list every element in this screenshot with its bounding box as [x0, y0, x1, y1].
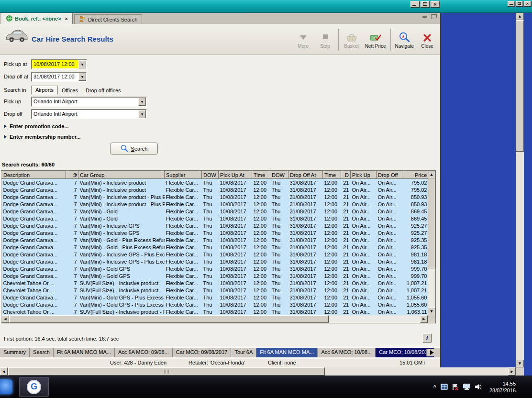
bottom-tab-search[interactable]: Search [30, 348, 54, 357]
result-row[interactable]: Dodge Grand Carava...7Van(Mini) - Inclus… [2, 186, 429, 193]
search-in-dropoff-offices[interactable]: Drop off offices [82, 86, 125, 95]
nett-price-button[interactable]: Nett Price [363, 26, 388, 53]
vertical-scroll-thumb[interactable] [516, 20, 524, 152]
column-header-s[interactable]: S▼ [66, 171, 78, 179]
column-header-pick-up[interactable]: Pick Up [351, 171, 377, 179]
pane-minimize-icon[interactable] [422, 16, 427, 18]
table-horizontal-scrollbar[interactable]: ◀ ▶ [1, 315, 428, 323]
taskbar-clock[interactable]: 14:55 28/07/2016 [489, 380, 516, 394]
tab-close-icon[interactable]: × [65, 16, 68, 22]
close-button[interactable]: Close [416, 26, 438, 53]
column-header-time[interactable]: Time [323, 171, 341, 179]
dropoff-field[interactable]: Orlando Intl Airport ▼ [31, 109, 147, 119]
dropdown-arrow-icon[interactable]: ▼ [78, 73, 86, 81]
column-header-d[interactable]: D [341, 171, 351, 179]
result-row[interactable]: Dodge Grand Carava...7Van(Mini) - Gold G… [2, 294, 429, 301]
result-row[interactable]: Chevrolet Tahoe Or ...7SUV(Full Size) - … [2, 287, 429, 294]
result-row[interactable]: Dodge Grand Carava...7Van(Mini) - Inclus… [2, 251, 429, 258]
pickup-at-field[interactable]: 10/08/2017 12:00 ▼ [31, 59, 87, 69]
more-button[interactable]: More [292, 26, 314, 53]
result-row[interactable]: Dodge Grand Carava...7Van(Mini) - Inclus… [2, 258, 429, 265]
sort-filter-icon[interactable]: ▼ [75, 173, 78, 177]
tab-booking-ref[interactable]: Book. ref.: <none> × [1, 13, 73, 24]
column-header-car-group[interactable]: Car Group [78, 171, 165, 179]
column-header-supplier[interactable]: Supplier [165, 171, 202, 179]
result-row[interactable]: Dodge Grand Carava...7Van(Mini) - Inclus… [2, 179, 429, 187]
column-header-price[interactable]: Price [402, 171, 429, 179]
taskbar-partial-app-icon[interactable] [0, 379, 12, 394]
result-row[interactable]: Dodge Grand Carava...7Van(Mini) - Gold G… [2, 301, 429, 308]
result-row[interactable]: Dodge Grand Carava...7Van(Mini) - Gold G… [2, 272, 429, 279]
outer-vertical-scrollbar[interactable]: ▲ ▼ [516, 12, 524, 367]
outer-horizontal-scrollbar[interactable]: ◀ ▶ [0, 367, 516, 376]
result-row[interactable]: Dodge Grand Carava...7Van(Mini) - GoldFl… [2, 215, 429, 222]
search-in-airports[interactable]: Airports [31, 86, 58, 95]
result-row[interactable]: Chevrolet Tahoe Or ...7SUV(Full Size) - … [2, 308, 429, 315]
result-row[interactable]: Dodge Grand Carava...7Van(Mini) - Inclus… [2, 222, 429, 229]
column-header-description[interactable]: Description [2, 171, 66, 179]
tabs-scroll-right-button[interactable] [426, 349, 437, 356]
bottom-tab-summary[interactable]: Summary [0, 348, 30, 357]
bottom-tab-acc-6a-mco-09-08[interactable]: Acc 6A MCO; 09/08... [115, 348, 173, 357]
result-row[interactable]: Dodge Grand Carava...7Van(Mini) - GoldFl… [2, 208, 429, 215]
promotion-code-expander[interactable]: Enter promotion code... [4, 123, 68, 129]
bottom-tab-car-mco-09-08-2017[interactable]: Car MCO; 09/08/2017 [173, 348, 232, 357]
dropdown-arrow-icon[interactable]: ▼ [78, 60, 86, 68]
scroll-down-icon[interactable]: ▼ [428, 308, 435, 315]
tray-volume-icon[interactable] [475, 384, 482, 390]
search-button[interactable]: Search [110, 143, 158, 155]
column-header-time[interactable]: Time [252, 171, 270, 179]
titlebar[interactable]: × × [0, 0, 532, 13]
tray-display-icon[interactable] [463, 384, 470, 390]
dropdown-arrow-icon[interactable]: ▼ [138, 98, 146, 106]
bg-close-button[interactable]: × [524, 1, 531, 6]
column-header-drop-off[interactable]: Drop Off [377, 171, 402, 179]
bottom-tab-tour-6a[interactable]: Tour 6A [231, 348, 256, 357]
membership-number-expander[interactable]: Enter membership number... [4, 134, 81, 140]
minimize-button[interactable] [410, 1, 420, 7]
tab-direct-clients-search[interactable]: Direct Clients Search [74, 14, 142, 24]
bottom-tab-flt-6a-man-mco-ma[interactable]: Flt 6A MAN MCO MA... [54, 348, 115, 357]
close-window-button[interactable]: × [431, 1, 440, 7]
scroll-left-icon[interactable]: ◀ [1, 315, 9, 323]
basket-button[interactable]: Basket [341, 26, 363, 53]
scroll-up-icon[interactable]: ▲ [516, 12, 524, 20]
scroll-up-icon[interactable]: ▲ [428, 171, 435, 178]
tray-grid-icon[interactable] [441, 384, 448, 390]
scroll-right-icon[interactable]: ▶ [420, 315, 428, 323]
scroll-right-icon[interactable]: ▶ [508, 367, 516, 376]
result-row[interactable]: Dodge Grand Carava...7Van(Mini) - Gold -… [2, 236, 429, 243]
vertical-scroll-thumb[interactable] [428, 178, 435, 268]
tray-expand-icon[interactable]: ^ [433, 384, 436, 390]
horizontal-scroll-thumb[interactable] [9, 315, 329, 323]
dropoff-at-field[interactable]: 31/08/2017 12:00 ▼ [31, 72, 87, 82]
table-vertical-scrollbar[interactable]: ▲ ▼ [428, 171, 435, 315]
result-row[interactable]: Dodge Grand Carava...7Van(Mini) - Inclus… [2, 193, 429, 200]
scroll-left-icon[interactable]: ◀ [0, 367, 8, 376]
dropdown-arrow-icon[interactable]: ▼ [138, 110, 146, 118]
column-header-drop-off-at[interactable]: Drop Off At [288, 171, 323, 179]
stop-button[interactable]: Stop [314, 26, 336, 53]
column-header-dow[interactable]: DOW [270, 171, 288, 179]
pickup-field[interactable]: Orlando Intl Airport ▼ [31, 97, 147, 107]
bottom-tab-car-mco-10-08-2017[interactable]: Car MCO; 10/08/2017 [376, 348, 434, 357]
maximize-button[interactable] [421, 1, 430, 7]
horizontal-scroll-thumb[interactable] [8, 367, 325, 376]
navigate-button[interactable]: Navigate [393, 26, 416, 53]
result-row[interactable]: Dodge Grand Carava...7Van(Mini) - Gold G… [2, 265, 429, 272]
bg-minimize-button[interactable] [508, 1, 515, 6]
result-row[interactable]: Chevrolet Tahoe Or ...7SUV(Full Size) - … [2, 279, 429, 287]
bottom-tab-acc-6a-mco-10-08[interactable]: Acc 6A MCO; 10/08... [318, 348, 376, 357]
scroll-down-icon[interactable]: ▼ [516, 360, 524, 367]
bg-maximize-button[interactable] [516, 1, 523, 6]
column-header-dow[interactable]: DOW [202, 171, 219, 179]
taskbar-browser-button[interactable]: G [19, 377, 49, 397]
result-row[interactable]: Dodge Grand Carava...7Van(Mini) - Inclus… [2, 200, 429, 208]
tray-flag-error-icon[interactable] [452, 384, 459, 390]
info-button[interactable]: i [422, 333, 432, 343]
result-row[interactable]: Dodge Grand Carava...7Van(Mini) - Gold -… [2, 243, 429, 251]
pane-restore-icon[interactable] [431, 14, 436, 19]
result-row[interactable]: Dodge Grand Carava...7Van(Mini) - Inclus… [2, 229, 429, 236]
search-in-offices[interactable]: Offices [58, 86, 82, 95]
column-header-pick-up-at[interactable]: Pick Up At [219, 171, 252, 179]
